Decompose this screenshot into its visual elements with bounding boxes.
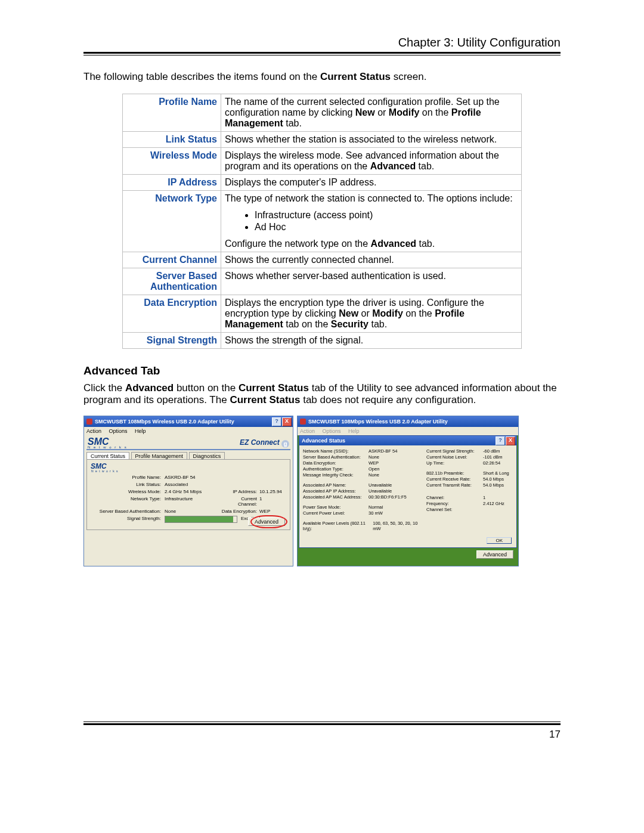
field-value: WEP xyxy=(369,460,403,466)
menu-help: Help xyxy=(348,428,360,434)
section-heading: Advanced Tab xyxy=(83,364,561,377)
menu-action[interactable]: Action xyxy=(86,428,101,434)
close-button[interactable]: X xyxy=(282,417,292,426)
text-bold: Advanced xyxy=(371,239,416,249)
field-label: Current Transmit Rate: xyxy=(426,482,483,488)
field-label: Server Based Authentication: xyxy=(303,454,369,460)
advanced-button[interactable]: Advanced xyxy=(476,550,513,559)
text-bold: Current Status xyxy=(320,71,391,82)
table-row: Wireless Mode Displays the wireless mode… xyxy=(123,148,522,175)
table-row: Profile Name The name of the current sel… xyxy=(123,94,522,132)
field-label: Current Noise Level: xyxy=(426,454,483,460)
text: tab does not require any configuration. xyxy=(300,394,476,405)
field-value xyxy=(483,507,513,512)
text: The type of network the station is conne… xyxy=(225,193,513,203)
text: tab. xyxy=(416,161,434,171)
field-value: -60 dBm xyxy=(483,448,513,454)
dialog-title: Advanced Status xyxy=(302,438,345,444)
menu-options[interactable]: Options xyxy=(109,428,128,434)
field-value: Unavailable xyxy=(369,488,403,494)
field-label: Frequency: xyxy=(426,501,483,506)
field-value: 1 xyxy=(483,495,513,500)
help-button[interactable]: ? xyxy=(496,436,505,445)
section-paragraph: Click the Advanced button on the Current… xyxy=(83,382,561,406)
utility-current-status-window: SMCWUSBT 108Mbps Wireless USB 2.0 Adapte… xyxy=(83,416,293,566)
text: on the xyxy=(419,107,451,117)
brand-header: SMC N e t w o r k s EZ Connect g xyxy=(84,435,293,449)
chapter-title: Chapter 3: Utility Configuration xyxy=(83,36,561,52)
field-value: 30 mW xyxy=(369,510,403,516)
field-label: Power Save Mode: xyxy=(303,504,369,510)
field-label: Network Name (SSID): xyxy=(303,448,369,454)
row-label: Current Channel xyxy=(123,252,221,268)
text: The following table describes the items … xyxy=(83,71,320,82)
text: or xyxy=(375,107,389,117)
field-value: 2.412 GHz xyxy=(483,501,513,506)
field-value: 02:26:54 xyxy=(483,460,513,466)
decorative-rule xyxy=(86,449,290,450)
field-value: ASKRD-BF 54 xyxy=(165,475,221,480)
row-desc: Shows whether server-based authenticatio… xyxy=(221,268,522,295)
field-value: ASKRD-BF 54 xyxy=(369,448,403,454)
field-label: Wireless Mode: xyxy=(89,489,165,494)
field-label: Current Signal Strength: xyxy=(426,448,483,454)
field-label: Channel: xyxy=(426,495,483,500)
text: on the xyxy=(403,308,435,318)
titlebar[interactable]: SMCWUSBT 108Mbps Wireless USB 2.0 Adapte… xyxy=(84,416,293,427)
field-label: Network Type: xyxy=(89,496,165,507)
field-value: 54.0 Mbps xyxy=(483,482,513,488)
text-bold: Advanced xyxy=(370,161,416,171)
field-value: 10.1.25.94 xyxy=(259,489,282,494)
field-label: Associated AP IP Address: xyxy=(303,488,369,494)
rule xyxy=(83,723,561,725)
field-label: Data Encryption: xyxy=(221,509,259,514)
field-value: Normal xyxy=(369,504,403,510)
row-desc: Shows the strength of the signal. xyxy=(221,333,522,349)
help-button[interactable]: ? xyxy=(272,417,281,426)
row-label: Link Status xyxy=(123,132,221,148)
close-button[interactable]: X xyxy=(506,436,515,445)
tab-strip: Current Status Profile Management Diagno… xyxy=(84,451,293,459)
field-label: Current Power Level: xyxy=(303,510,369,516)
field-value: Open xyxy=(369,466,403,472)
field-value: Short & Long xyxy=(483,470,513,476)
dialog-titlebar[interactable]: Advanced Status ? X xyxy=(299,436,516,445)
window-title: SMCWUSBT 108Mbps Wireless USB 2.0 Adapte… xyxy=(95,419,234,425)
field-label: Associated AP Name: xyxy=(303,482,369,488)
menubar[interactable]: Action Options Help xyxy=(84,427,293,435)
field-label: Current Receive Rate: xyxy=(426,476,483,482)
text: Displays the wireless mode. See advanced… xyxy=(225,150,499,171)
row-desc: Shows the currently connected channel. xyxy=(221,252,522,268)
field-value: None xyxy=(369,472,403,478)
field-label: Channel Set: xyxy=(426,507,483,512)
field-label: Server Based Authentication: xyxy=(89,509,165,514)
page-number: 17 xyxy=(83,729,561,741)
desktop-background: Advanced Status ? X Network Name (SSID):… xyxy=(298,435,518,566)
field-value: None xyxy=(165,509,221,514)
row-label: Server Based Authentication xyxy=(123,268,221,295)
advanced-col-right: Current Signal Strength:-60 dBm Current … xyxy=(426,448,513,532)
advanced-button[interactable]: Advanced xyxy=(248,518,285,526)
field-label: Profile Name: xyxy=(89,475,165,480)
field-value: 00:30:BD:F6:F1:F5 xyxy=(369,494,403,500)
intro-text: The following table describes the items … xyxy=(83,71,561,83)
menu-help[interactable]: Help xyxy=(135,428,146,434)
text-bold: Advanced xyxy=(125,382,174,394)
ok-button[interactable]: OK xyxy=(487,537,512,544)
table-row: Link Status Shows whether the station is… xyxy=(123,132,522,148)
text-bold: New xyxy=(339,308,358,318)
row-desc: Displays the wireless mode. See advanced… xyxy=(221,148,522,175)
field-value: 100, 63, 50, 30, 20, 10 mW xyxy=(373,521,418,531)
field-label: Up Time: xyxy=(426,460,483,466)
advanced-status-body: Network Name (SSID):ASKRD-BF 54 Server B… xyxy=(299,445,516,547)
row-label: Data Encryption xyxy=(123,295,221,333)
titlebar[interactable]: SMCWUSBT 108Mbps Wireless USB 2.0 Adapte… xyxy=(298,416,518,427)
app-icon xyxy=(86,419,92,425)
field-label: Signal Strength: xyxy=(89,516,165,523)
field-value: Unavailable xyxy=(369,482,403,488)
screenshot-pair: SMCWUSBT 108Mbps Wireless USB 2.0 Adapte… xyxy=(83,416,561,566)
table-row: IP Address Displays the computer's IP ad… xyxy=(123,175,522,191)
ez-connect-logo: EZ Connect g xyxy=(240,438,289,448)
row-desc: Shows whether the station is associated … xyxy=(221,132,522,148)
field-label: 802.11b Preamble: xyxy=(426,470,483,476)
